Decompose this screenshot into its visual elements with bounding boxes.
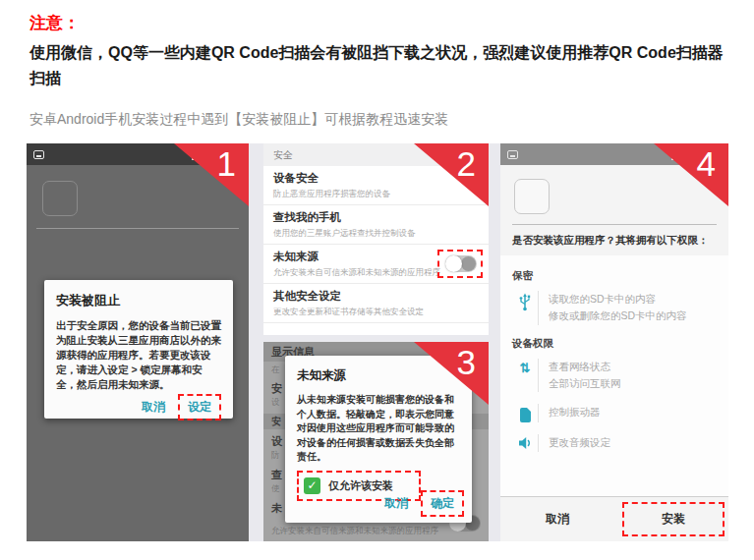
bg-item-title: 安	[271, 381, 282, 396]
app-icon-placeholder	[42, 181, 78, 216]
divider	[512, 224, 717, 225]
bg-item-subtitle: 设	[271, 397, 280, 409]
install-button-area[interactable]: 安装	[614, 497, 728, 541]
ok-button[interactable]: 确定	[421, 490, 464, 517]
divider	[36, 228, 239, 229]
permission-line: 查看网络状态	[549, 359, 621, 375]
step-number-badge: 1	[217, 144, 236, 184]
cancel-button[interactable]: 取消	[500, 497, 614, 541]
permissions-list: 保密 读取您的SD卡中的内容 修改或删除您的SD卡中的内容 设备权限	[500, 255, 728, 496]
bg-item-subtitle: 在	[271, 364, 280, 376]
item-title: 其他安全设定	[273, 289, 479, 304]
section-heading-device: 设备权限	[512, 337, 717, 351]
permission-line: 读取您的SD卡中的内容	[549, 291, 687, 308]
speaker-icon	[512, 434, 538, 451]
bg-item-subtitle: 允许安装来自可信来源和未知来源的应用程序	[271, 526, 438, 537]
step-number-badge: 4	[697, 144, 716, 184]
permission-row: ⇅ 查看网络状态 全部访问互联网	[512, 359, 717, 393]
checked-checkbox-icon[interactable]: ✓	[304, 477, 320, 494]
permission-line: 全部访问互联网	[549, 375, 621, 392]
warning-text: 使用微信，QQ等一些内建QR Code扫描会有被阻挡下载之状况，强烈建议使用推荐…	[29, 40, 733, 91]
bg-item-title: 未	[271, 501, 282, 516]
app-icon-placeholder	[514, 179, 550, 214]
dialog-button-bar: 取消 安装	[500, 496, 728, 541]
step-number-badge: 2	[457, 144, 476, 184]
screenshot-step-3: 显示信息 在 安 设 安 设 防 查 使 未 允许安装来自可信来源和未知来源的应…	[263, 342, 489, 541]
notice-label: 注意：	[29, 12, 80, 34]
dialog-body: 出于安全原因，您的设备当前已设置为阻止安装从三星应用商店以外的来源获得的应用程序…	[56, 318, 221, 392]
bg-section-band: 安	[271, 415, 281, 428]
permission-line: 更改音频设定	[549, 434, 610, 451]
permission-line: 控制振动器	[549, 404, 601, 420]
settings-item-unknown-sources[interactable]: 未知来源 允许安装来自可信来源和未知来源的应用程序	[263, 245, 489, 284]
network-arrows-icon: ⇅	[512, 359, 538, 393]
step-corner-ribbon	[414, 143, 489, 206]
settings-item-find-my-phone[interactable]: 查找我的手机 使用您的三星账户远程查找并控制设备	[263, 205, 489, 245]
step-corner-ribbon	[414, 342, 489, 405]
permission-row: 控制振动器	[512, 404, 717, 422]
install-question: 是否安装该应用程序？其将拥有以下权限：	[512, 234, 719, 248]
step-corner-ribbon	[174, 143, 249, 206]
dialog-title: 安装被阻止	[56, 292, 221, 309]
permission-row: 读取您的SD卡中的内容 修改或删除您的SD卡中的内容	[512, 291, 717, 325]
toggle-highlight-box	[437, 250, 483, 278]
bg-item-subtitle: 防	[271, 450, 280, 462]
tutorial-subtitle: 安卓Android手机安装过程中遇到【安装被阻止】可根据教程迅速安装	[29, 111, 448, 129]
usb-icon	[512, 291, 538, 325]
screenshot-icon	[507, 150, 518, 159]
cancel-button[interactable]: 取消	[134, 396, 173, 419]
screenshot-step-1: 1 4G 7:4 安装被阻止 出于安全原因，您的设备当前已设置为阻止安装从三星应…	[27, 143, 249, 541]
permission-line: 修改或删除您的SD卡中的内容	[549, 308, 687, 324]
install-button[interactable]: 安装	[622, 502, 725, 536]
permission-row: 更改音频设定	[512, 434, 717, 451]
install-blocked-dialog: 安装被阻止 出于安全原因，您的设备当前已设置为阻止安装从三星应用商店以外的来源获…	[44, 280, 233, 419]
item-subtitle: 使用您的三星账户远程查找并控制设备	[273, 228, 479, 240]
item-subtitle: 更改安全更新和证书存储等其他安全设定	[273, 307, 479, 318]
screenshot-icon	[33, 150, 44, 159]
step-number-badge: 3	[457, 343, 476, 382]
settings-item-other-security[interactable]: 其他安全设定 更改安全更新和证书存储等其他安全设定	[263, 284, 489, 323]
bg-item-subtitle: 使	[271, 483, 280, 495]
screenshot-step-4: 1 4G 7:4 是否安装该应用程序？其将拥有以下权限： 保密 读取您的SD卡	[500, 143, 728, 541]
vibrate-icon	[512, 404, 538, 422]
bg-item-title: 设	[271, 434, 282, 449]
step-corner-ribbon	[654, 143, 728, 206]
settings-button[interactable]: 设定	[178, 394, 221, 420]
cancel-button[interactable]: 取消	[377, 492, 416, 515]
section-heading-privacy: 保密	[512, 269, 717, 283]
bg-item-title: 查	[271, 468, 282, 482]
screenshot-step-2: 安全 设备安全 防止恶意应用程序损害您的设备 查找我的手机 使用您的三星账户远程…	[263, 143, 489, 335]
item-title: 查找我的手机	[273, 210, 479, 225]
